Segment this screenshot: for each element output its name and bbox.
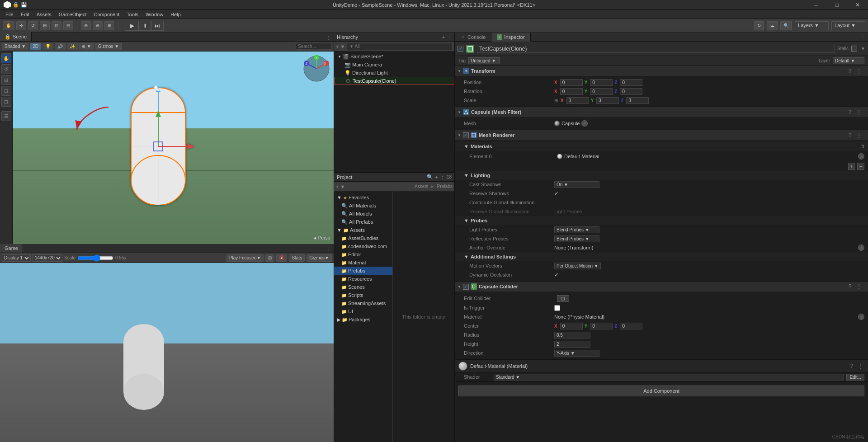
rotation-y[interactable]: [590, 88, 613, 95]
scale-z[interactable]: [626, 97, 649, 104]
proj-scenes[interactable]: 📁 Scenes: [334, 283, 392, 291]
project-add-btn[interactable]: +: [435, 174, 438, 180]
mesh-select-btn[interactable]: ◎: [581, 120, 588, 127]
save-icon[interactable]: 💾: [21, 2, 27, 8]
meshfilter-header[interactable]: ▼ Capsule (Mesh Filter) ? ⋮: [455, 107, 868, 117]
shader-dropdown[interactable]: Standard ▼: [494, 374, 844, 381]
menu-gameobject[interactable]: GameObject: [55, 11, 90, 18]
close-button[interactable]: ✕: [847, 0, 868, 10]
light-probes-dropdown[interactable]: Blend Probes ▼: [554, 226, 599, 233]
proj-all-models[interactable]: 🔍 All Models: [334, 210, 392, 218]
gizmos-btn[interactable]: Gizmos ▼: [307, 254, 332, 262]
layer-dropdown[interactable]: Default ▼: [833, 57, 864, 64]
menu-help[interactable]: Help: [167, 11, 184, 18]
menu-window[interactable]: Window: [142, 11, 167, 18]
scene-audio-btn[interactable]: 🔊: [55, 43, 66, 50]
proj-all-materials[interactable]: 🔍 All Materials: [334, 202, 392, 210]
hierarchy-item-maincamera[interactable]: 📷 Main Camera: [334, 61, 454, 69]
capsulecollider-header[interactable]: ▼ ✓ Capsule Collider ? ⋮: [455, 282, 868, 292]
menu-tools[interactable]: Tools: [123, 11, 142, 18]
add-component-button[interactable]: Add Component: [458, 386, 864, 396]
project-search-btn[interactable]: 🔍: [427, 174, 433, 180]
hierarchy-add-btn[interactable]: +: [442, 34, 445, 40]
menu-assets[interactable]: Assets: [33, 11, 55, 18]
gizmo-indicator[interactable]: X Y Z: [303, 55, 330, 82]
project-create-btn[interactable]: + ▼: [336, 184, 345, 189]
pivot-btn[interactable]: ⊕: [81, 21, 91, 30]
scale-x[interactable]: [566, 97, 589, 104]
capsulecollider-menu-btn[interactable]: ⋮: [855, 283, 863, 290]
maximize-button[interactable]: □: [826, 0, 847, 10]
scene-extra-btn[interactable]: ☰: [1, 111, 11, 121]
hierarchy-search[interactable]: [347, 43, 453, 50]
static-dropdown[interactable]: ▼: [861, 46, 865, 51]
proj-packages[interactable]: ▶ 📁 Packages: [334, 315, 392, 324]
global-btn[interactable]: ⊕: [93, 21, 103, 30]
meshfilter-help-btn[interactable]: ?: [846, 108, 854, 116]
proj-scripts[interactable]: 📁 Scripts: [334, 291, 392, 299]
is-trigger-checkbox[interactable]: [554, 305, 560, 311]
proj-material[interactable]: 📁 Material: [334, 259, 392, 267]
pause-button[interactable]: ⏸: [138, 21, 151, 31]
remove-material-btn[interactable]: −: [857, 163, 864, 170]
edit-collider-btn[interactable]: ⬡: [557, 295, 569, 302]
game-view[interactable]: [0, 263, 334, 442]
proj-ui[interactable]: 📁 UI: [334, 307, 392, 315]
menu-edit[interactable]: Edit: [17, 11, 33, 18]
proj-resources[interactable]: 📁 Resources: [334, 275, 392, 283]
transform-help-btn[interactable]: ?: [846, 67, 854, 75]
material-menu-btn[interactable]: ⋮: [857, 362, 864, 370]
object-name-field[interactable]: TestCapsule(Clone): [477, 45, 835, 53]
play-button[interactable]: ▶: [126, 21, 138, 31]
position-x[interactable]: [560, 79, 583, 86]
play-focused-btn[interactable]: Play Focused ▼: [226, 254, 264, 262]
element0-select-btn[interactable]: ◎: [858, 153, 864, 160]
scene-transform-btn[interactable]: ⊟: [1, 97, 11, 107]
2d-btn[interactable]: 2D: [30, 43, 41, 50]
scene-view[interactable]: ✋ ↺ ⊞ ⊡ ⊟ ☰: [0, 52, 334, 244]
material-help-btn[interactable]: ?: [848, 362, 855, 370]
proj-codeandweb[interactable]: 📁 codeandweb.com: [334, 242, 392, 250]
transform-menu-btn[interactable]: ⋮: [855, 67, 863, 75]
tab-scene[interactable]: 🔒 Scene: [0, 32, 32, 41]
proj-assetbundles[interactable]: 📁 AssetBundles: [334, 234, 392, 242]
game-display-select[interactable]: Display 1: [2, 254, 31, 262]
reflection-probes-dropdown[interactable]: Blend Probes ▼: [554, 235, 599, 242]
tab-inspector[interactable]: i Inspector: [491, 33, 530, 42]
object-active-checkbox[interactable]: ✓: [458, 46, 463, 52]
shader-edit-btn[interactable]: Edit...: [846, 374, 864, 381]
proj-favorites[interactable]: ▼ ★ Favorites: [334, 193, 392, 202]
step-button[interactable]: ⏭: [151, 21, 164, 31]
menu-component[interactable]: Component: [90, 11, 123, 18]
proj-editor[interactable]: 📁 Editor: [334, 250, 392, 259]
motion-vectors-dropdown[interactable]: Per Object Motion ▼: [554, 263, 601, 269]
rotation-z[interactable]: [620, 88, 642, 95]
scene-scale-btn[interactable]: ⊞: [1, 75, 11, 85]
proj-assets[interactable]: ▼ 📁 Assets: [334, 226, 392, 234]
rect-tool[interactable]: ⊡: [52, 21, 61, 30]
scene-fx-btn[interactable]: ✨: [67, 43, 78, 50]
proj-streamingassets[interactable]: 📁 StreamingAssets: [334, 299, 392, 307]
meshrenderer-help-btn[interactable]: ?: [846, 132, 854, 139]
minimize-button[interactable]: ─: [806, 0, 826, 10]
transform-header[interactable]: ▼ Transform ? ⋮: [455, 66, 868, 76]
capsule-object[interactable]: ✦: [122, 88, 194, 206]
hierarchy-item-directionallight[interactable]: 💡 Directional Light: [334, 69, 454, 77]
capsulecollider-checkbox[interactable]: ✓: [463, 284, 469, 290]
hierarchy-create-btn[interactable]: + ▼: [336, 44, 345, 49]
scene-tab-menu[interactable]: ⋮: [326, 35, 331, 41]
shading-mode-btn[interactable]: Shaded ▼: [2, 43, 28, 50]
scene-move-btn[interactable]: ✋: [1, 53, 11, 63]
cloud-btn[interactable]: ☁: [767, 21, 778, 30]
project-menu-btn[interactable]: ⋮: [440, 174, 445, 180]
search-btn[interactable]: 🔍: [780, 21, 792, 30]
mute-btn[interactable]: 🔇: [276, 254, 287, 262]
tab-console[interactable]: ≡ Console: [455, 33, 491, 42]
collider-material-select-btn[interactable]: ◎: [858, 314, 864, 320]
position-y[interactable]: [590, 79, 613, 86]
static-checkbox[interactable]: [851, 46, 857, 52]
position-z[interactable]: [620, 79, 642, 86]
collab-btn[interactable]: ↻: [754, 21, 764, 30]
center-z[interactable]: [620, 323, 642, 329]
add-material-btn[interactable]: +: [848, 163, 855, 170]
